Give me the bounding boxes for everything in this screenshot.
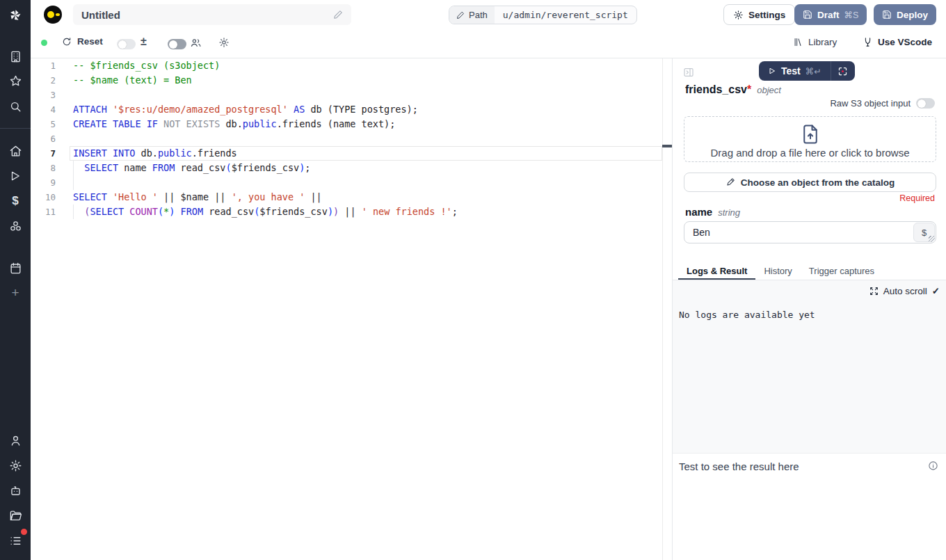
choose-object-catalog-button[interactable]: Choose an object from the catalog bbox=[684, 173, 936, 192]
raw-s3-row: Raw S3 object input bbox=[830, 98, 935, 109]
duckdb-language-icon bbox=[44, 6, 62, 24]
edit-path-pencil-icon bbox=[456, 11, 465, 19]
capture-run-button[interactable] bbox=[831, 61, 855, 81]
path-label: Path bbox=[469, 10, 488, 20]
arg-type: object bbox=[757, 85, 781, 95]
reset-button[interactable]: Reset bbox=[62, 36, 103, 47]
code-line[interactable]: -- $friends_csv (s3object) bbox=[73, 58, 662, 73]
code-line[interactable]: SELECT 'Hello ' || $name || ', you have … bbox=[73, 190, 662, 205]
draft-shortcut: ⌘S bbox=[844, 10, 859, 20]
favorites-star-icon[interactable] bbox=[0, 70, 31, 91]
diff-mode-toggle[interactable] bbox=[117, 39, 136, 49]
line-number: 7 bbox=[31, 146, 56, 161]
line-number: 3 bbox=[31, 88, 56, 102]
code-line[interactable]: CREATE TABLE IF NOT EXISTS db.public.fri… bbox=[73, 117, 662, 131]
argument-name: namestring bbox=[685, 206, 740, 218]
editor-toolbar: Reset ± Library Use VScode bbox=[31, 29, 946, 58]
overview-ruler[interactable] bbox=[662, 58, 663, 560]
settings-gear-icon[interactable] bbox=[0, 455, 31, 476]
resize-handle[interactable] bbox=[929, 236, 935, 242]
library-button[interactable]: Library bbox=[793, 37, 837, 47]
account-user-icon[interactable] bbox=[0, 430, 31, 451]
line-number: 6 bbox=[31, 131, 56, 146]
variables-dollar-icon[interactable]: $ bbox=[0, 191, 31, 211]
script-title-field[interactable]: Untitled bbox=[73, 4, 351, 25]
code-line[interactable] bbox=[73, 131, 662, 146]
edit-title-pencil-icon[interactable] bbox=[333, 10, 343, 19]
path-value: u/admin/reverent_script bbox=[495, 10, 636, 20]
workspace-building-icon[interactable] bbox=[0, 46, 31, 67]
home-icon[interactable] bbox=[0, 141, 31, 161]
code-editor[interactable]: 1234567891011 -- $friends_csv (s3object)… bbox=[31, 58, 672, 560]
file-dropzone[interactable]: Drag and drop a file here or click to br… bbox=[684, 116, 936, 162]
line-number: 5 bbox=[31, 117, 56, 131]
raw-s3-toggle[interactable] bbox=[916, 98, 935, 109]
tab-history[interactable]: History bbox=[755, 263, 800, 280]
use-vscode-button[interactable]: Use VScode bbox=[863, 37, 932, 47]
arg-type: string bbox=[718, 207, 740, 218]
multiplayer-toggle[interactable] bbox=[168, 39, 186, 49]
path-chip[interactable]: Path u/admin/reverent_script bbox=[449, 6, 637, 24]
raw-s3-label: Raw S3 object input bbox=[830, 98, 911, 109]
code-line[interactable]: -- $name (text) = Ben bbox=[73, 73, 662, 88]
refresh-icon bbox=[62, 37, 72, 47]
users-icon bbox=[190, 37, 202, 49]
tab-logs-result[interactable]: Logs & Result bbox=[678, 263, 755, 280]
settings-button[interactable]: Settings bbox=[723, 4, 795, 25]
script-title: Untitled bbox=[81, 9, 333, 21]
auto-scroll-control[interactable]: Auto scroll ✓ bbox=[869, 285, 940, 296]
schedules-calendar-icon[interactable] bbox=[0, 257, 31, 278]
expand-icon[interactable] bbox=[869, 287, 879, 296]
code-line[interactable] bbox=[73, 175, 662, 190]
info-icon[interactable] bbox=[928, 461, 938, 471]
library-label: Library bbox=[808, 37, 837, 47]
required-asterisk: * bbox=[747, 83, 751, 95]
editor-settings-gear-icon[interactable] bbox=[218, 37, 230, 48]
windmill-logo-icon[interactable] bbox=[0, 3, 31, 28]
code-line[interactable]: (SELECT COUNT(*) FROM read_csv($friends_… bbox=[73, 205, 662, 219]
notification-badge bbox=[19, 527, 29, 536]
cursor-position-marker bbox=[662, 145, 672, 147]
test-button-group: Test ⌘↵ bbox=[759, 61, 855, 81]
deploy-label: Deploy bbox=[897, 10, 928, 20]
preview-panel: Test ⌘↵ friends_csv*object Raw S3 object… bbox=[672, 58, 946, 560]
file-upload-icon bbox=[800, 123, 821, 145]
line-number: 10 bbox=[31, 190, 56, 205]
vscode-icon bbox=[863, 37, 873, 47]
draft-button[interactable]: Draft ⌘S bbox=[794, 4, 867, 25]
name-input[interactable] bbox=[684, 227, 913, 238]
code-line[interactable]: SELECT name FROM read_csv($friends_csv); bbox=[73, 161, 662, 175]
check-icon: ✓ bbox=[932, 285, 940, 296]
arg-name: friends_csv bbox=[685, 83, 747, 95]
line-number: 1 bbox=[31, 58, 56, 73]
tab-trigger-captures[interactable]: Trigger captures bbox=[801, 263, 883, 280]
resources-cluster-icon[interactable] bbox=[0, 216, 31, 237]
sidebar-divider bbox=[0, 128, 31, 129]
code-line[interactable]: ATTACH '$res:u/demo/amazed_postgresql' A… bbox=[73, 102, 662, 117]
line-number: 4 bbox=[31, 102, 56, 117]
topbar: Untitled Path u/admin/reverent_script Se… bbox=[31, 0, 946, 29]
test-shortcut: ⌘↵ bbox=[805, 66, 821, 77]
add-plus-icon[interactable]: + bbox=[0, 282, 31, 303]
dropzone-text: Drag and drop a file here or click to br… bbox=[684, 147, 936, 159]
reset-label: Reset bbox=[77, 36, 103, 47]
plus-minus-icon: ± bbox=[141, 35, 147, 48]
deploy-button[interactable]: Deploy bbox=[874, 4, 936, 25]
auto-scroll-label: Auto scroll bbox=[883, 286, 927, 296]
code-line[interactable] bbox=[73, 88, 662, 102]
runs-play-icon[interactable] bbox=[0, 166, 31, 186]
search-icon[interactable] bbox=[0, 96, 31, 117]
folders-icon[interactable] bbox=[0, 505, 31, 526]
gutter: 1234567891011 bbox=[31, 58, 56, 219]
play-icon bbox=[768, 67, 776, 75]
arg-name: name bbox=[685, 206, 712, 218]
code-line[interactable]: INSERT INTO db.public.friends bbox=[73, 146, 662, 161]
test-button[interactable]: Test ⌘↵ bbox=[759, 61, 831, 81]
sidebar: $ + bbox=[0, 0, 31, 560]
ai-robot-icon[interactable] bbox=[0, 480, 31, 501]
result-placeholder: Test to see the result here bbox=[679, 461, 799, 472]
save-icon bbox=[882, 10, 892, 19]
code-lines[interactable]: -- $friends_csv (s3object)-- $name (text… bbox=[73, 58, 662, 219]
collapse-panel-icon[interactable] bbox=[683, 67, 694, 78]
name-input-wrapper: $ bbox=[684, 221, 936, 243]
